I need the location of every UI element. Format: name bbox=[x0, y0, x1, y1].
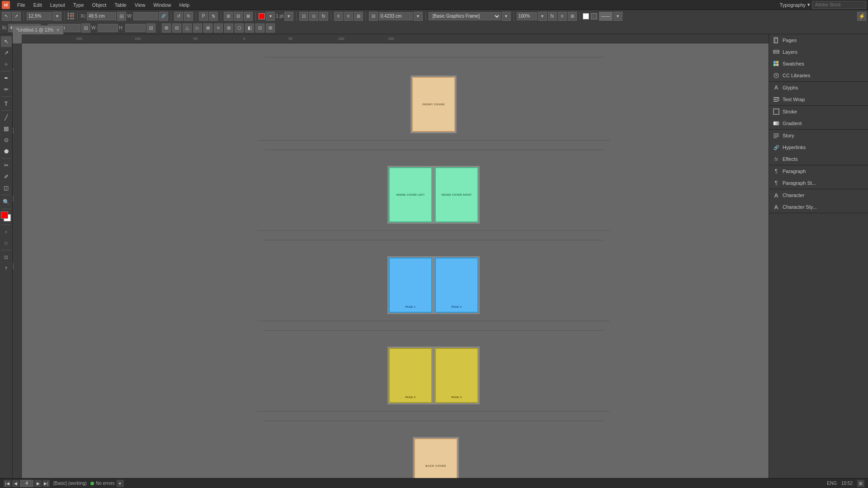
page-4[interactable]: PAGE 4 bbox=[435, 348, 478, 403]
nav-prev[interactable]: ◀ bbox=[12, 480, 19, 487]
constrain-w[interactable]: 🔗 bbox=[159, 12, 168, 21]
align-spread-btn[interactable]: ≡ bbox=[558, 12, 567, 21]
panel-item-text-wrap[interactable]: Text Wrap bbox=[769, 94, 868, 105]
rotate-cw[interactable]: ↻ bbox=[184, 12, 193, 21]
w2-input[interactable] bbox=[98, 24, 118, 32]
tool-polygon[interactable]: ⬟ bbox=[1, 146, 12, 157]
menu-object[interactable]: Object bbox=[89, 1, 110, 9]
nav-next[interactable]: ▶ bbox=[34, 480, 42, 487]
page-3[interactable]: PAGE 3 bbox=[389, 348, 432, 403]
tb2-btn4[interactable]: ▷ bbox=[193, 23, 202, 33]
tool-apply-none[interactable]: ○ bbox=[1, 226, 12, 237]
tool-frame-text[interactable]: T bbox=[1, 263, 12, 274]
doc-tab-close[interactable]: ✕ bbox=[56, 28, 60, 33]
h-input[interactable] bbox=[125, 24, 146, 32]
tool-gradient[interactable]: ◫ bbox=[1, 183, 12, 193]
tool-scissors[interactable]: ✂ bbox=[1, 160, 12, 171]
panel-item-paragraph-styles[interactable]: ¶ Paragraph St... bbox=[769, 177, 868, 189]
tool-select[interactable]: ↖ bbox=[1, 36, 12, 47]
stroke-color-swatch[interactable] bbox=[259, 13, 265, 19]
align-grid-btn[interactable]: ⊞ bbox=[568, 12, 577, 21]
tb2-btn5[interactable]: ⊠ bbox=[203, 23, 212, 33]
opacity-dropdown[interactable]: ▾ bbox=[538, 12, 547, 21]
stroke-end-1[interactable]: —— bbox=[599, 12, 613, 21]
nav-first[interactable]: |◀ bbox=[4, 480, 11, 487]
menu-edit[interactable]: Edit bbox=[30, 1, 46, 9]
tb2-btn2[interactable]: ⊟ bbox=[172, 23, 181, 33]
panel-item-character[interactable]: A Character bbox=[769, 189, 868, 201]
tb2-btn1[interactable]: ⊞ bbox=[162, 23, 171, 33]
text-align-center[interactable]: ≡ bbox=[344, 12, 353, 21]
panel-item-pages[interactable]: Pages bbox=[769, 34, 868, 46]
w-input[interactable] bbox=[133, 12, 158, 20]
tool-apply-container[interactable]: □ bbox=[1, 238, 12, 249]
opacity-input[interactable] bbox=[517, 12, 537, 20]
text-align-left[interactable]: ≡ bbox=[334, 12, 343, 21]
frame-select-dropdown[interactable]: [Basic Graphics Frame] bbox=[429, 12, 501, 20]
smart-guides-btn[interactable]: ⚡ bbox=[857, 12, 866, 21]
tool-ellipse-frame[interactable]: ⊙ bbox=[1, 135, 12, 145]
tool-zoom[interactable]: 🔍 bbox=[1, 197, 12, 207]
panel-item-gradient[interactable]: Gradient bbox=[769, 117, 868, 129]
stroke-style-btn[interactable]: ▾ bbox=[266, 12, 275, 21]
tool-preview[interactable]: ◫ bbox=[1, 252, 12, 263]
page-number-input[interactable] bbox=[20, 480, 33, 487]
tool-direct-select[interactable]: ↗ bbox=[1, 47, 12, 58]
flip-h[interactable]: P bbox=[199, 12, 208, 21]
page-2[interactable]: PAGE 2 bbox=[435, 258, 478, 313]
errors-dropdown[interactable]: ▾ bbox=[117, 480, 124, 487]
chain-y[interactable]: ⊞ bbox=[81, 23, 90, 33]
menu-layout[interactable]: Layout bbox=[47, 1, 69, 9]
xi-input[interactable] bbox=[87, 12, 116, 20]
fg-color-swatch[interactable] bbox=[1, 211, 8, 219]
panel-item-hyperlinks[interactable]: 🔗 Hyperlinks bbox=[769, 141, 868, 153]
tb2-btn8[interactable]: ⬡ bbox=[235, 23, 244, 33]
panel-item-paragraph[interactable]: ¶ Paragraph bbox=[769, 165, 868, 177]
tb2-btn7[interactable]: ⊞ bbox=[224, 23, 233, 33]
tool-pencil[interactable]: ✏ bbox=[1, 84, 12, 95]
panel-item-effects[interactable]: fx Effects bbox=[769, 153, 868, 165]
menu-help[interactable]: Help bbox=[175, 1, 193, 9]
panel-item-layers[interactable]: Layers bbox=[769, 46, 868, 58]
frame-type-rect[interactable]: ⊡ bbox=[299, 12, 308, 21]
menu-view[interactable]: View bbox=[131, 1, 149, 9]
align-btn[interactable]: ⊞ bbox=[224, 12, 233, 21]
panel-item-story[interactable]: Story bbox=[769, 130, 868, 141]
menu-window[interactable]: Window bbox=[150, 1, 175, 9]
canvas-content[interactable]: FRONT COVER INSIDE COVER LEFT bbox=[22, 43, 769, 478]
tool-line[interactable]: ╱ bbox=[1, 112, 12, 123]
columns-btn[interactable]: ⊞ bbox=[354, 12, 363, 21]
frame-select-btn[interactable]: ▾ bbox=[502, 12, 511, 21]
select-tool[interactable]: ↖ bbox=[2, 12, 11, 21]
tool-pen[interactable]: ✒ bbox=[1, 73, 12, 84]
panel-item-cc-libraries[interactable]: CC Libraries bbox=[769, 70, 868, 81]
tool-rect-frame[interactable]: ⊠ bbox=[1, 123, 12, 134]
panel-item-swatches[interactable]: Swatches bbox=[769, 58, 868, 70]
offset-dropdown[interactable]: ▾ bbox=[414, 12, 423, 21]
doc-tab[interactable]: *Untitled-1 @ 13% ✕ bbox=[13, 25, 64, 34]
tool-page[interactable]: ⊹ bbox=[1, 59, 12, 70]
menu-file[interactable]: File bbox=[14, 1, 29, 9]
content-indicator[interactable]: fx bbox=[319, 12, 328, 21]
rotate-ccw[interactable]: ↺ bbox=[174, 12, 183, 21]
frame-type-oval[interactable]: ⊙ bbox=[309, 12, 318, 21]
page-1[interactable]: PAGE 1 bbox=[389, 258, 432, 313]
stroke-dropdown-btn[interactable]: ▾ bbox=[613, 12, 623, 21]
page-back-cover[interactable]: BACK COVER bbox=[414, 438, 458, 478]
offset-toggle[interactable]: ⊟ bbox=[369, 12, 378, 21]
panel-item-stroke[interactable]: Stroke bbox=[769, 106, 868, 117]
distribute-btn[interactable]: ⊟ bbox=[234, 12, 243, 21]
expand-panel[interactable]: ⊞ bbox=[857, 480, 864, 487]
flip-v[interactable]: ⇅ bbox=[209, 12, 218, 21]
chain-wh[interactable]: ⊞ bbox=[146, 23, 156, 33]
tb2-btn10[interactable]: ⊡ bbox=[255, 23, 264, 33]
chain-x[interactable]: ⊞ bbox=[117, 12, 126, 21]
adobe-stock-search[interactable] bbox=[812, 1, 866, 9]
tb2-btn3[interactable]: △ bbox=[183, 23, 192, 33]
transform-origin[interactable] bbox=[67, 13, 75, 20]
page-front-cover[interactable]: FRONT COVER bbox=[412, 77, 455, 132]
panel-item-character-styles[interactable]: A Character Sty... bbox=[769, 201, 868, 213]
arrange-btn[interactable]: ⊠ bbox=[244, 12, 253, 21]
tb2-btn6[interactable]: ≡ bbox=[214, 23, 223, 33]
tb2-btn11[interactable]: ⊞ bbox=[266, 23, 275, 33]
